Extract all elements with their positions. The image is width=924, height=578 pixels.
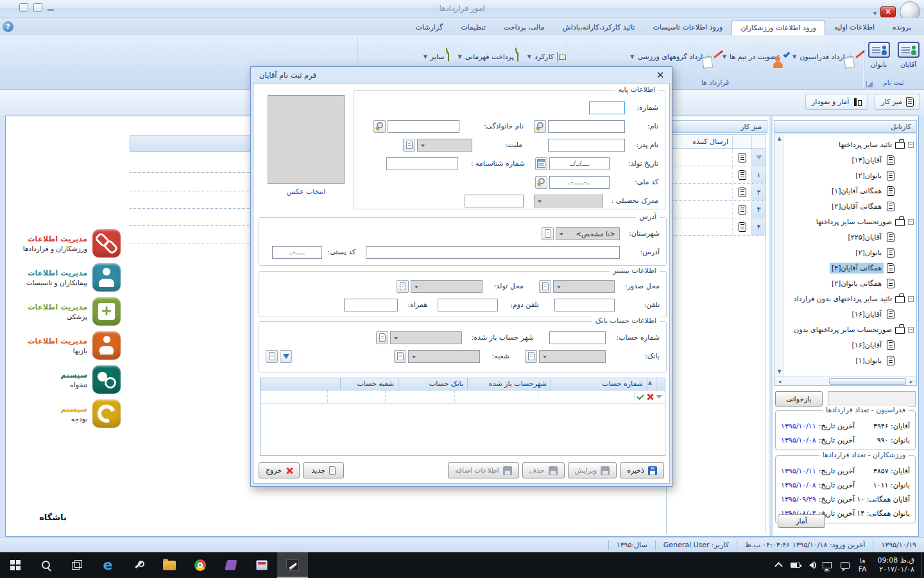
tree-item[interactable]: − تائید سایر پرداختها (785, 137, 914, 152)
search-button[interactable] (535, 176, 547, 189)
dialog-action-button[interactable]: حذف (522, 462, 565, 478)
tree-item[interactable]: − آقایان[۱۶] (785, 337, 914, 353)
new-item-button[interactable] (397, 280, 409, 293)
reload-button[interactable]: بازخوانی (775, 391, 823, 407)
battery-icon[interactable] (786, 552, 805, 578)
collapse-icon[interactable]: − (908, 296, 914, 302)
clock[interactable]: ق.ظ 09:08 ۲۰۱۷/۰۱/۰۸ (871, 552, 921, 578)
grid-filter-row[interactable] (667, 149, 766, 166)
sort-column-header[interactable]: ▲ (647, 378, 656, 390)
postal-code-input[interactable]: ـــــ-ــ (272, 246, 322, 259)
new-item-button[interactable] (542, 227, 554, 240)
menu-tab[interactable]: پرونده (884, 20, 920, 35)
calendar-button[interactable] (535, 157, 547, 170)
ribbon-item[interactable]: پرداخت قهرمانی ▼ (454, 49, 522, 64)
new-item-button[interactable] (376, 331, 388, 344)
tree-item[interactable]: − همگانی آقایان[۲] (785, 198, 914, 214)
menu-tab[interactable]: ورود اطلاعات تاسیسات (644, 20, 732, 35)
start-button[interactable] (0, 552, 31, 578)
tree-item[interactable]: − همگانی بانوان[۲] (785, 276, 914, 291)
register-button[interactable]: آقایان (896, 39, 921, 78)
menu-tab[interactable]: گزارشات (407, 20, 452, 35)
mobile-input[interactable] (344, 299, 398, 311)
quick-button[interactable]: میز کار (875, 94, 920, 110)
birth-date-input[interactable]: ــــ/ــ/ــ (549, 157, 610, 170)
dialog-action-button[interactable]: خروج (259, 462, 300, 478)
column-header[interactable] (751, 135, 766, 148)
dialog-action-button[interactable]: جدید (303, 462, 344, 478)
collapse-icon[interactable]: − (908, 142, 914, 148)
volume-icon[interactable] (805, 552, 818, 578)
menu-tab[interactable]: تائید کارکرد،کارانه،پاداش (553, 20, 644, 35)
phone-input[interactable] (554, 299, 615, 311)
language-indicator[interactable]: فا FA (854, 552, 871, 578)
filter-icon[interactable] (656, 395, 662, 399)
column-header[interactable]: شهرحساب باز شده (467, 378, 551, 390)
apply-filter-icon[interactable] (637, 392, 644, 399)
ribbon-item[interactable]: کارکرد ▼ (524, 49, 562, 64)
table-row[interactable]: ۴ (667, 218, 766, 236)
sidebar-module-item[interactable]: مدیریت اطلاعات ورزشکاران و قراردادها (8, 229, 121, 258)
ribbon-item[interactable]: سایر ▼ (420, 49, 453, 64)
dialog-close-icon[interactable]: ✕ (654, 69, 666, 81)
id-number-input[interactable] (386, 157, 458, 170)
tools-app-icon[interactable] (123, 552, 154, 578)
national-code-input[interactable]: ــ-ــــــ-ـ (549, 176, 610, 189)
collapse-icon[interactable]: − (908, 219, 914, 225)
menu-tab[interactable]: تنظیمات (452, 20, 495, 35)
quick-access-caret-icon[interactable]: ▾ (873, 10, 877, 17)
column-header[interactable]: شماره حساب (551, 378, 647, 390)
scroll-up-icon[interactable]: ▲ (775, 134, 783, 143)
tree-item[interactable]: − آقایان[۱۶] (785, 306, 914, 322)
new-item-button[interactable] (394, 350, 406, 363)
choose-photo-link[interactable]: انتخاب عکس (268, 188, 345, 196)
task-view-button[interactable] (62, 552, 92, 578)
files-app-icon[interactable] (154, 552, 185, 578)
menu-tab[interactable]: مالی، پرداخت (495, 20, 554, 35)
search-button[interactable] (373, 120, 386, 133)
branch-select[interactable] (408, 350, 480, 363)
column-header[interactable]: شعبه حساب (340, 378, 398, 390)
column-header[interactable] (656, 378, 665, 390)
tree-item[interactable]: − آقایان[۲۲۵] (785, 229, 914, 245)
vertical-scrollbar[interactable]: ▲ ▼ (774, 134, 784, 376)
tray-expand-icon[interactable] (771, 552, 786, 578)
chrome-app-icon[interactable] (185, 552, 216, 578)
editor-app-icon[interactable] (246, 552, 277, 578)
new-item-button[interactable] (403, 139, 415, 152)
grid-filter-row[interactable] (261, 390, 665, 404)
tree-item[interactable]: − تائید سایر پرداختهای بدون قرارداد (785, 291, 914, 306)
edge-app-icon[interactable]: e (92, 552, 123, 578)
bank-select[interactable] (539, 350, 606, 363)
close-button[interactable]: × (880, 6, 896, 17)
degree-select[interactable] (534, 195, 603, 207)
last-name-input[interactable] (388, 120, 459, 133)
ribbon-item[interactable]: قرارداد گروههای ورزشی ▼ (626, 49, 717, 64)
first-name-input[interactable] (548, 120, 625, 133)
reload-field[interactable] (828, 391, 916, 407)
dialog-action-button[interactable]: ذخیره (620, 462, 664, 478)
sidebar-module-item[interactable]: سیستم بودجه (8, 399, 121, 428)
account-number-input[interactable] (549, 331, 606, 344)
scrollbar-thumb[interactable] (829, 378, 906, 385)
help-icon[interactable]: ? (3, 21, 13, 32)
dialog-action-button[interactable]: اطلاعات اضافه (448, 462, 519, 478)
new-item-button[interactable] (539, 280, 551, 293)
sidebar-module-item[interactable]: سیستم تنخواه (8, 365, 121, 394)
visual-studio-app-icon[interactable] (216, 552, 246, 578)
column-header[interactable] (732, 135, 751, 148)
table-row[interactable]: ۱ (667, 166, 766, 184)
tree-item[interactable]: − بانوان[۲] (785, 245, 914, 260)
photo-placeholder[interactable] (268, 95, 345, 184)
sidebar-module-item[interactable]: مدیریت اطلاعات پزشکی (8, 297, 121, 326)
menu-tab[interactable]: اطلاعات اولیه (825, 20, 884, 35)
column-header[interactable]: بانک حساب (398, 378, 467, 390)
table-row[interactable]: ۲ (667, 184, 766, 201)
tree-item[interactable]: − آقایان[۱۳] (785, 152, 914, 168)
ribbon-item[interactable]: عضویت در تیم ها ▼ (719, 49, 787, 64)
tree-item[interactable]: − صورتحساب سایر پرداختها (785, 214, 914, 229)
dialog-action-button[interactable]: ویرایش (568, 462, 617, 478)
tree-item[interactable]: − بانوان[۱] (785, 353, 914, 368)
network-icon[interactable] (818, 552, 836, 578)
scroll-down-icon[interactable]: ▼ (775, 367, 783, 376)
